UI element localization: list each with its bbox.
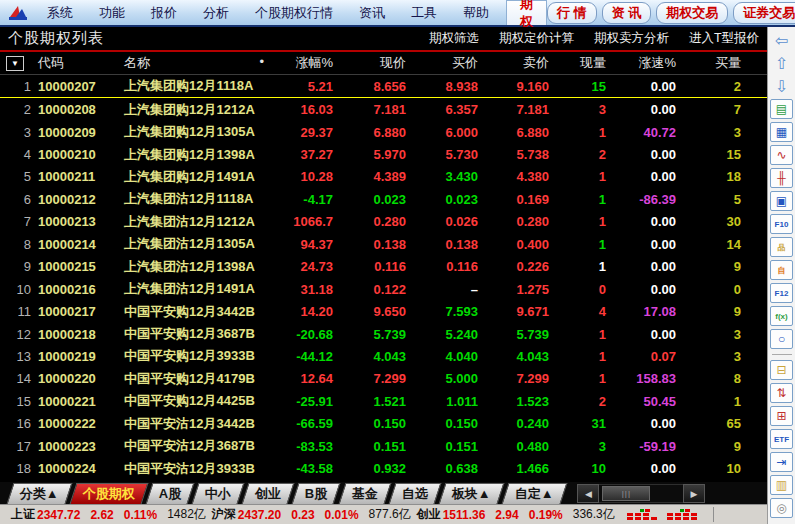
header-col-5[interactable]: 卖价	[482, 54, 553, 72]
header-code[interactable]: 代码	[38, 54, 124, 72]
etf-icon[interactable]: ETF	[770, 429, 793, 449]
quote-sheets-icon[interactable]: ▣	[770, 191, 793, 211]
scroll-right-button[interactable]: ▶	[683, 484, 705, 503]
menu-item-5[interactable]: 个股期权行情	[242, 4, 346, 22]
header-col-2[interactable]: 涨幅%	[270, 54, 337, 72]
row-cell: 0.00	[610, 147, 680, 162]
table-row[interactable]: 310000209上汽集团购12月1305A29.376.8806.0006.8…	[0, 121, 767, 143]
tab-创业[interactable]: 创业	[242, 483, 295, 504]
mode-tab-option[interactable]: 期权	[506, 0, 547, 25]
top-button-3[interactable]: 期权交易	[656, 2, 728, 24]
table-row[interactable]: 1110000217中国平安购12月3442B14.209.6507.5939.…	[0, 300, 767, 322]
status-divider	[713, 507, 714, 522]
selection-box-icon[interactable]: ⊞	[770, 406, 793, 426]
header-col-7[interactable]: 涨速%	[610, 54, 680, 72]
row-name: 上汽集团购12月1212A	[124, 101, 270, 119]
menu-item-8[interactable]: 帮助	[450, 4, 502, 22]
scrollbar-thumb[interactable]: |||	[602, 486, 650, 501]
line-chart-icon[interactable]: ∿	[770, 145, 793, 165]
table-row[interactable]: 1010000216上汽集团沽12月1491A31.180.122–1.2750…	[0, 278, 767, 300]
table-row[interactable]: 610000212上汽集团沽12月1118A-4.170.0230.0230.1…	[0, 188, 767, 210]
toolbar-link-4[interactable]: 进入T型报价	[689, 30, 759, 47]
page-up-icon[interactable]: ⇧	[771, 53, 793, 73]
menu-item-3[interactable]: 报价	[138, 4, 190, 22]
table-row[interactable]: 410000210上汽集团购12月1398A37.275.9705.7305.7…	[0, 143, 767, 165]
table-row[interactable]: 1810000224中国平安沽12月3933B-43.580.9320.6381…	[0, 457, 767, 479]
tab-自选[interactable]: 自选	[388, 483, 441, 504]
filter-dropdown-icon[interactable]: ▼	[6, 56, 24, 71]
table-row[interactable]: 710000213上汽集团沽12月1212A1066.70.2800.0260.…	[0, 211, 767, 233]
row-cell: -44.12	[270, 349, 337, 364]
tab-A股[interactable]: A股	[145, 483, 194, 504]
table-row[interactable]: 1310000219中国平安购12月3933B-44.124.0434.0404…	[0, 345, 767, 367]
f10-icon[interactable]: F10	[770, 214, 793, 234]
toolbar-link-3[interactable]: 期权卖方分析	[594, 30, 669, 47]
tab-中小[interactable]: 中小	[192, 483, 245, 504]
row-cell: 2	[553, 147, 610, 162]
row-code: 10000215	[38, 259, 124, 274]
row-cell: 6.880	[482, 125, 553, 140]
row-cell: 0.480	[482, 439, 553, 454]
tab-B股[interactable]: B股	[292, 483, 341, 504]
tab-自定[interactable]: 自定▲	[501, 483, 567, 504]
header-col-3[interactable]: 现价	[337, 54, 410, 72]
header-name[interactable]: 名称•	[124, 54, 270, 72]
table-row[interactable]: 210000208上汽集团购12月1212A16.037.1816.3577.1…	[0, 98, 767, 120]
header-col-6[interactable]: 现量	[553, 54, 610, 72]
table-row[interactable]: 1210000218中国平安购12月3687B-20.685.7395.2405…	[0, 323, 767, 345]
row-cell: 1	[553, 125, 610, 140]
table-row[interactable]: 1710000223中国平安沽12月3687B-83.530.1510.1510…	[0, 435, 767, 457]
table-row[interactable]: 1410000220中国平安购12月4179B12.647.2995.0007.…	[0, 368, 767, 390]
header-col-4[interactable]: 买价	[410, 54, 482, 72]
jump-list-icon[interactable]: ⇥	[770, 452, 793, 472]
row-seq: 6	[0, 192, 38, 207]
page-down-icon[interactable]: ⇩	[771, 76, 793, 96]
more-icon[interactable]: ◎	[770, 498, 793, 518]
row-seq: 8	[0, 237, 38, 252]
menu-item-1[interactable]: 系统	[34, 4, 86, 22]
menu-item-7[interactable]: 工具	[398, 4, 450, 22]
header-col-8[interactable]: 买量	[680, 54, 745, 72]
table-row[interactable]: 910000215上汽集团沽12月1398A24.730.1160.1160.2…	[0, 256, 767, 278]
structure-tree-icon[interactable]: 品	[770, 237, 793, 257]
scrollbar-track[interactable]: |||	[599, 484, 683, 503]
top-button-2[interactable]: 资 讯	[602, 2, 652, 24]
row-cell: 1	[553, 259, 610, 274]
tab-个股期权[interactable]: 个股期权	[69, 483, 148, 504]
candlestick-icon[interactable]: ╫	[770, 168, 793, 188]
self-select-icon[interactable]: 自	[770, 260, 793, 280]
table-row[interactable]: 1610000222中国平安沽12月3442B-66.590.1500.1500…	[0, 413, 767, 435]
f12-icon[interactable]: F12	[770, 283, 793, 303]
row-name: 上汽集团沽12月1398A	[124, 258, 270, 276]
tab-基金[interactable]: 基金	[338, 483, 391, 504]
print-icon[interactable]: ▥	[770, 475, 793, 495]
table-row[interactable]: 510000211上汽集团购12月1491A10.284.3893.4304.3…	[0, 166, 767, 188]
scroll-left-button[interactable]: ◀	[577, 484, 599, 503]
row-cell: 40.72	[610, 125, 680, 140]
table-row[interactable]: 110000207上汽集团购12月1118A5.218.6568.9389.16…	[0, 75, 767, 98]
menu-item-2[interactable]: 功能	[86, 4, 138, 22]
table-row[interactable]: 1510000221中国平安购12月4425B-25.911.5211.0111…	[0, 390, 767, 412]
toolbar-link-2[interactable]: 期权定价计算	[499, 30, 574, 47]
tab-板块[interactable]: 板块▲	[438, 483, 504, 504]
table-row[interactable]: 810000214上汽集团沽12月1305A94.370.1380.1380.4…	[0, 233, 767, 255]
report-check-icon[interactable]: ▤	[770, 99, 793, 119]
toolbar-link-1[interactable]: 期权筛选	[429, 30, 479, 47]
back-icon[interactable]: ⇦	[771, 30, 793, 50]
top-button-4[interactable]: 证券交易	[733, 2, 795, 24]
tab-分类[interactable]: 分类▲	[7, 483, 73, 504]
top-button-1[interactable]: 行 情	[547, 2, 597, 24]
formula-icon[interactable]: f(x)	[770, 306, 793, 326]
horizontal-scrollbar[interactable]: ◀ ||| ▶	[577, 485, 705, 502]
import-export-icon[interactable]: ⇅	[770, 383, 793, 403]
row-code: 10000220	[38, 371, 124, 386]
row-cell: 2	[680, 79, 745, 94]
folder-icon[interactable]: ⊟	[770, 360, 793, 380]
filter-cell[interactable]: ▼	[0, 56, 38, 71]
menu-item-6[interactable]: 资讯	[346, 4, 398, 22]
row-cell: 9	[680, 259, 745, 274]
grid-table-icon[interactable]: ▦	[770, 122, 793, 142]
menu-item-4[interactable]: 分析	[190, 4, 242, 22]
row-cell: 0.00	[610, 237, 680, 252]
circle-icon[interactable]: ○	[770, 329, 793, 349]
